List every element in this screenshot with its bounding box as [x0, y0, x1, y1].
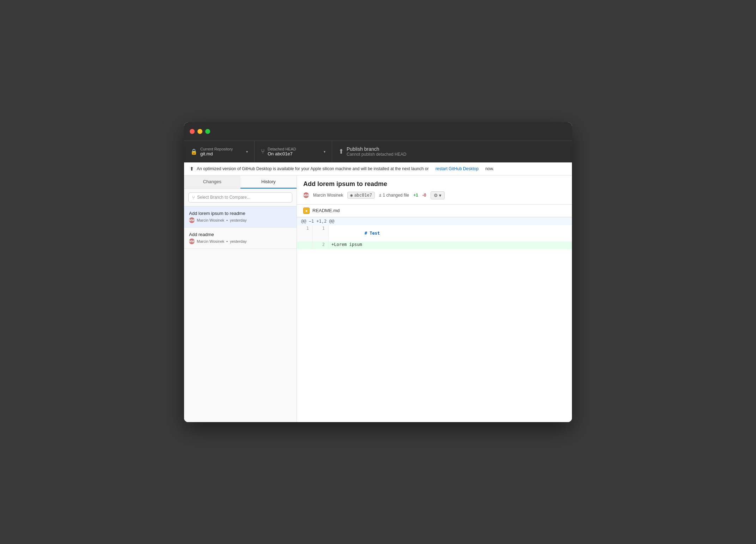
tab-history[interactable]: History: [240, 175, 297, 188]
line-nums-group-2: 2: [297, 241, 329, 249]
commit-author-2: Marcin Wosinek: [197, 239, 224, 243]
new-line-num-2: 2: [313, 241, 329, 249]
titlebar: [184, 122, 572, 141]
branch-selector[interactable]: ⑂ Detached HEAD On abc01e7 ▾: [255, 141, 332, 162]
publish-sublabel: Cannot publish detached HEAD: [347, 152, 566, 157]
commit-title-1: Add lorem ipsum to readme: [189, 211, 292, 216]
branch-compare-section: ⑂ Select Branch to Compare...: [184, 189, 297, 206]
commit-hash-icon: ◉: [350, 193, 353, 198]
commit-meta-1: MW Marcin Wosinek • yesterday: [189, 217, 292, 223]
app-window: 🔒 Current Repository git.md ▾ ⑂ Detached…: [184, 122, 572, 422]
diff-line-content-1: # Test: [329, 225, 572, 241]
diff-line-1: 1 1 # Test: [297, 225, 572, 241]
toolbar: 🔒 Current Repository git.md ▾ ⑂ Detached…: [184, 141, 572, 162]
tab-changes[interactable]: Changes: [184, 175, 240, 188]
file-name: README.md: [312, 208, 340, 213]
commit-dot-1: •: [226, 218, 228, 222]
diff-hunk-header: @@ −1 +1,2 @@: [297, 217, 572, 225]
commit-author-1: Marcin Wosinek: [197, 218, 224, 222]
hash-keyword: # Test: [365, 231, 380, 236]
diff-settings-button[interactable]: ⚙ ▾: [431, 191, 445, 199]
author-avatar: MW: [303, 192, 309, 198]
repo-value: git.md: [200, 151, 243, 156]
branch-compare-input[interactable]: ⑂ Select Branch to Compare...: [188, 192, 292, 203]
settings-chevron: ▾: [439, 193, 441, 198]
line-nums-group-1: 1 1: [297, 225, 329, 241]
branch-label: Detached HEAD: [268, 147, 321, 151]
publish-text: Publish branch Cannot publish detached H…: [347, 146, 566, 157]
diff-title: Add lorem ipsum to readme: [303, 180, 566, 188]
commit-time-2: yesterday: [230, 239, 247, 243]
old-line-num-1: 1: [297, 225, 313, 241]
avatar-2: MW: [189, 239, 195, 244]
commit-item-2[interactable]: Add readme MW Marcin Wosinek • yesterday: [184, 228, 297, 249]
commit-time-1: yesterday: [230, 218, 247, 222]
branch-icon: ⑂: [261, 148, 265, 155]
commit-item-1[interactable]: Add lorem ipsum to readme MW Marcin Wosi…: [184, 206, 297, 228]
publish-label: Publish branch: [347, 146, 566, 152]
maximize-button[interactable]: [205, 129, 210, 134]
changed-files-label: 1 changed file: [383, 193, 409, 198]
notification-bar: ⬆ An optimized version of GitHub Desktop…: [184, 162, 572, 175]
changed-files: ± 1 changed file: [379, 193, 409, 198]
plus-minus-icon: ±: [379, 193, 382, 198]
repo-chevron: ▾: [246, 150, 248, 154]
main-content: Changes History ⑂ Select Branch to Compa…: [184, 175, 572, 422]
file-item-readme[interactable]: ● README.md: [297, 205, 572, 217]
branch-compare-icon: ⑂: [192, 195, 195, 200]
file-list: ● README.md: [297, 205, 572, 217]
stat-removed: -0: [422, 193, 426, 198]
commit-hash-value: abc01e7: [354, 193, 372, 198]
old-line-num-2: [297, 241, 313, 249]
sidebar: Changes History ⑂ Select Branch to Compa…: [184, 175, 297, 422]
commit-title-2: Add readme: [189, 232, 292, 237]
author-name: Marcin Wosinek: [313, 193, 343, 198]
repo-label: Current Repository: [200, 147, 243, 151]
gear-icon: ⚙: [434, 193, 438, 198]
commit-list: Add lorem ipsum to readme MW Marcin Wosi…: [184, 206, 297, 422]
diff-panel: Add lorem ipsum to readme MW Marcin Wosi…: [297, 175, 572, 422]
branch-compare-placeholder: Select Branch to Compare...: [197, 195, 250, 200]
publish-section: ⬆ Publish branch Cannot publish detached…: [332, 141, 572, 162]
repo-selector[interactable]: 🔒 Current Repository git.md ▾: [184, 141, 255, 162]
lock-icon: 🔒: [190, 148, 197, 155]
publish-icon: ⬆: [339, 148, 344, 155]
branch-text: Detached HEAD On abc01e7: [268, 147, 321, 156]
file-badge: ●: [303, 208, 310, 214]
diff-view: @@ −1 +1,2 @@ 1 1 # Test 2: [297, 217, 572, 422]
commit-meta-2: MW Marcin Wosinek • yesterday: [189, 239, 292, 244]
new-line-num-1: 1: [313, 225, 329, 241]
diff-header: Add lorem ipsum to readme MW Marcin Wosi…: [297, 175, 572, 205]
commit-hash: ◉ abc01e7: [347, 192, 375, 199]
restart-link[interactable]: restart GitHub Desktop: [435, 166, 478, 171]
diff-line-2: 2 +Lorem ipsum: [297, 241, 572, 249]
notification-icon: ⬆: [190, 166, 194, 172]
hunk-header-text: @@ −1 +1,2 @@: [301, 219, 334, 224]
branch-chevron: ▾: [324, 150, 325, 154]
close-button[interactable]: [190, 129, 195, 134]
notification-text-before: An optimized version of GitHub Desktop i…: [197, 166, 429, 171]
repo-text: Current Repository git.md: [200, 147, 243, 156]
minimize-button[interactable]: [197, 129, 202, 134]
commit-dot-2: •: [226, 239, 228, 243]
commit-info-row: MW Marcin Wosinek ◉ abc01e7 ± 1 changed …: [303, 191, 566, 199]
branch-value: On abc01e7: [268, 151, 321, 156]
stat-added: +1: [413, 193, 418, 198]
tab-bar: Changes History: [184, 175, 297, 189]
diff-line-content-2: +Lorem ipsum: [329, 241, 572, 249]
avatar-1: MW: [189, 217, 195, 223]
notification-text-after: now.: [485, 166, 494, 171]
